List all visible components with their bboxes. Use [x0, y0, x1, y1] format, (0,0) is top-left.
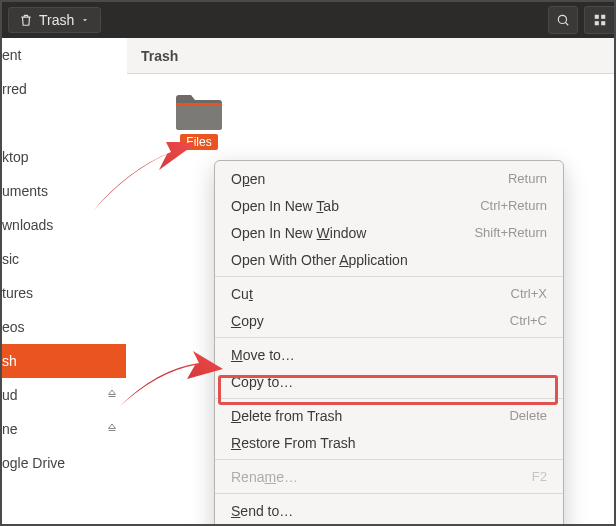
search-button[interactable]: [548, 6, 578, 34]
eject-icon[interactable]: [106, 387, 118, 403]
ctx-move-to[interactable]: Move to…: [215, 341, 563, 368]
sidebar-item-home[interactable]: [2, 106, 126, 140]
eject-icon[interactable]: [106, 421, 118, 437]
ctx-separator: [215, 493, 563, 494]
ctx-send-to[interactable]: Send to…: [215, 497, 563, 524]
sidebar-item-recent[interactable]: ent: [2, 38, 126, 72]
chevron-down-icon: [80, 15, 90, 25]
sidebar-item-desktop[interactable]: ktop: [2, 140, 126, 174]
svg-point-0: [558, 15, 566, 23]
context-menu: Open Return Open In New Tab Ctrl+Return …: [214, 160, 564, 526]
sidebar-item-trash[interactable]: sh: [2, 344, 126, 378]
ctx-open[interactable]: Open Return: [215, 165, 563, 192]
location-title: Trash: [39, 12, 74, 28]
svg-rect-4: [601, 21, 605, 25]
places-sidebar: ent rred ktop uments wnloads sic tures e…: [2, 38, 127, 524]
sidebar-item-starred[interactable]: rred: [2, 72, 126, 106]
ctx-separator: [215, 276, 563, 277]
toolbar-actions: [548, 6, 608, 34]
folder-icon: [174, 90, 224, 132]
ctx-open-new-window[interactable]: Open In New Window Shift+Return: [215, 219, 563, 246]
sidebar-item-videos[interactable]: eos: [2, 310, 126, 344]
file-item-label: Files: [180, 134, 217, 150]
trash-icon: [19, 13, 33, 27]
location-bar: Trash: [127, 38, 614, 74]
ctx-separator: [215, 459, 563, 460]
sidebar-item-pictures[interactable]: tures: [2, 276, 126, 310]
sidebar-item-downloads[interactable]: wnloads: [2, 208, 126, 242]
ctx-open-with[interactable]: Open With Other Application: [215, 246, 563, 273]
sidebar-item-phone[interactable]: ne: [2, 412, 126, 446]
ctx-open-new-tab[interactable]: Open In New Tab Ctrl+Return: [215, 192, 563, 219]
svg-rect-5: [176, 103, 222, 105]
location-label: Trash: [141, 48, 178, 64]
svg-rect-3: [594, 21, 598, 25]
ctx-rename: Rename… F2: [215, 463, 563, 490]
sidebar-item-google-drive[interactable]: ogle Drive: [2, 446, 126, 480]
ctx-separator: [215, 398, 563, 399]
view-grid-button[interactable]: [584, 6, 614, 34]
sidebar-item-cloud[interactable]: ud: [2, 378, 126, 412]
ctx-copy[interactable]: Copy Ctrl+C: [215, 307, 563, 334]
title-bar: Trash: [2, 2, 614, 38]
svg-rect-1: [594, 15, 598, 19]
svg-rect-2: [601, 15, 605, 19]
location-dropdown[interactable]: Trash: [8, 7, 101, 33]
ctx-delete-from-trash[interactable]: Delete from Trash Delete: [215, 402, 563, 429]
ctx-cut[interactable]: Cut Ctrl+X: [215, 280, 563, 307]
sidebar-item-music[interactable]: sic: [2, 242, 126, 276]
sidebar-item-documents[interactable]: uments: [2, 174, 126, 208]
ctx-restore-from-trash[interactable]: Restore From Trash: [215, 429, 563, 456]
ctx-separator: [215, 337, 563, 338]
ctx-copy-to[interactable]: Copy to…: [215, 368, 563, 395]
file-item-files[interactable]: Files: [169, 90, 229, 150]
